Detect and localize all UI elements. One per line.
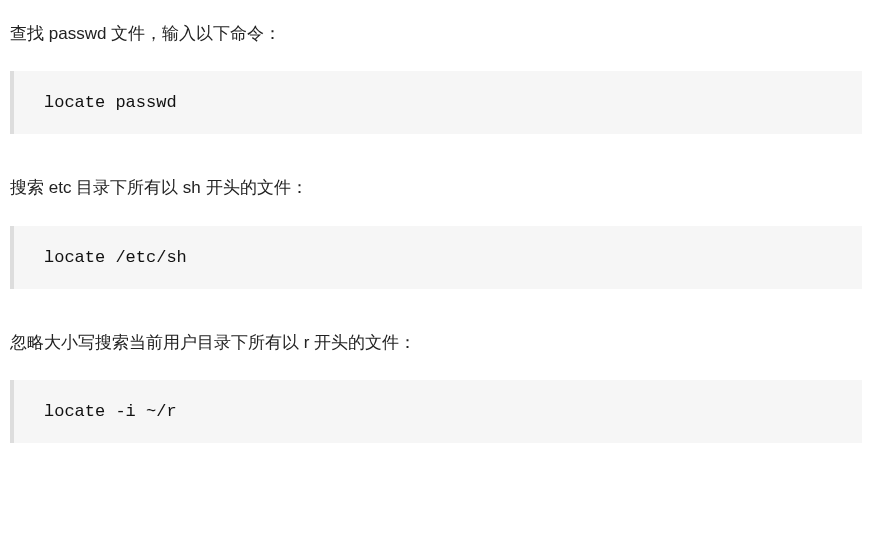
code-block-1: locate passwd: [10, 71, 862, 134]
description-text-1: 查找 passwd 文件，输入以下命令：: [10, 20, 862, 47]
description-text-3: 忽略大小写搜索当前用户目录下所有以 r 开头的文件：: [10, 329, 862, 356]
code-block-2: locate /etc/sh: [10, 226, 862, 289]
code-block-3: locate -i ~/r: [10, 380, 862, 443]
description-text-2: 搜索 etc 目录下所有以 sh 开头的文件：: [10, 174, 862, 201]
